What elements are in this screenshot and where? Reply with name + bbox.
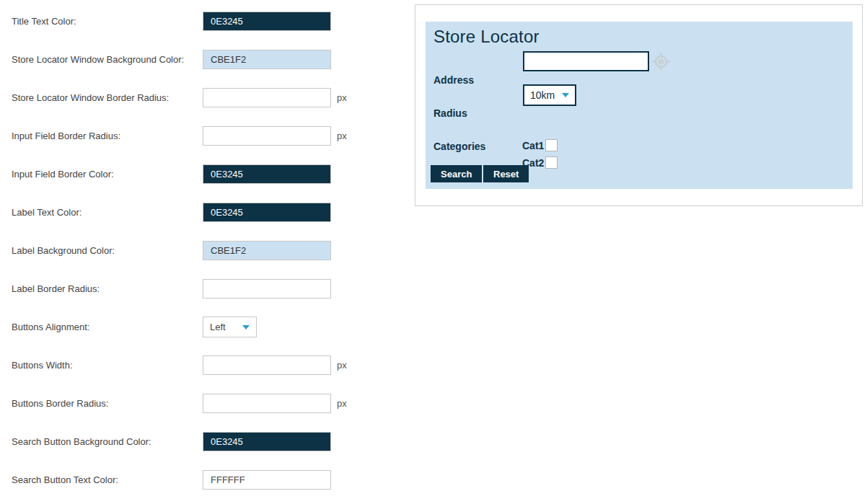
unit-label: px — [337, 131, 347, 141]
label-text-color-field[interactable] — [203, 203, 331, 222]
field-label: Search Button Background Color: — [12, 436, 203, 447]
address-label: Address — [434, 74, 474, 86]
unit-label: px — [337, 360, 347, 371]
field-label: Buttons Alignment: — [12, 322, 203, 332]
form-row: Store Locator Window Border Radius:px — [12, 79, 387, 117]
field-label: Input Field Border Radius: — [12, 131, 203, 141]
radius-label: Radius — [434, 107, 467, 119]
field-label: Label Border Radius: — [12, 283, 203, 294]
category-label: Cat1 — [522, 140, 544, 151]
form-row: Buttons Alignment:Left — [12, 308, 387, 346]
input-border-radius-field[interactable] — [203, 126, 331, 146]
form-row: Buttons Border Radius:px — [12, 384, 387, 423]
cat2-checkbox[interactable] — [545, 156, 558, 169]
store-locator-title: Store Locator — [434, 27, 540, 47]
label-border-radius-field[interactable] — [203, 279, 331, 299]
form-row: Label Text Color: — [12, 193, 387, 231]
buttons-alignment-select[interactable]: Left — [203, 317, 257, 337]
category-option: Cat1 — [522, 139, 558, 151]
search-button-text-color-field[interactable] — [203, 470, 331, 490]
chevron-down-icon — [562, 93, 569, 97]
cat1-checkbox[interactable] — [545, 139, 558, 151]
unit-label: px — [337, 92, 347, 103]
field-label: Search Button Text Color: — [12, 474, 203, 485]
field-label: Label Background Color: — [12, 245, 203, 256]
form-row: Title Text Color: — [12, 2, 387, 40]
field-label: Buttons Width: — [12, 360, 203, 371]
preview-card: Store Locator Address Radius 10km Catego… — [415, 4, 863, 206]
field-label: Store Locator Window Border Radius: — [12, 92, 203, 103]
radius-select-value: 10km — [530, 89, 562, 101]
categories-label: Categories — [434, 141, 485, 152]
window-border-radius-field[interactable] — [203, 88, 331, 107]
form-row: Buttons Width:px — [12, 346, 387, 384]
form-row: Search Button Text Color: — [12, 461, 387, 499]
form-row: Label Border Radius: — [12, 270, 387, 308]
form-row: Store Locator Window Background Color: — [12, 40, 387, 79]
address-input[interactable] — [523, 51, 649, 71]
form-row: Input Field Border Color: — [12, 155, 387, 193]
unit-label: px — [337, 398, 347, 409]
field-label: Buttons Border Radius: — [12, 398, 203, 409]
label-background-color-field[interactable] — [203, 241, 331, 260]
radius-select[interactable]: 10km — [523, 84, 576, 106]
crosshair-target-icon[interactable] — [651, 52, 671, 71]
field-label: Store Locator Window Background Color: — [12, 54, 203, 65]
title-text-color-field[interactable] — [203, 12, 331, 31]
store-locator-panel: Store Locator Address Radius 10km Catego… — [426, 22, 853, 189]
field-label: Input Field Border Color: — [12, 169, 203, 180]
field-label: Label Text Color: — [12, 207, 203, 218]
form-row: Label Background Color: — [12, 231, 387, 270]
reset-button[interactable]: Reset — [483, 165, 529, 182]
select-value: Left — [210, 322, 242, 332]
settings-form: Title Text Color:Store Locator Window Ba… — [12, 2, 387, 499]
field-label: Title Text Color: — [12, 16, 203, 27]
chevron-down-icon — [242, 325, 250, 330]
form-row: Input Field Border Radius:px — [12, 117, 387, 155]
buttons-width-field[interactable] — [203, 355, 331, 375]
input-border-color-field[interactable] — [203, 164, 331, 184]
search-button-background-color-field[interactable] — [203, 432, 331, 451]
search-button[interactable]: Search — [431, 165, 482, 182]
buttons-border-radius-field[interactable] — [203, 394, 331, 413]
form-row: Search Button Background Color: — [12, 423, 387, 461]
window-background-color-field[interactable] — [203, 50, 331, 69]
